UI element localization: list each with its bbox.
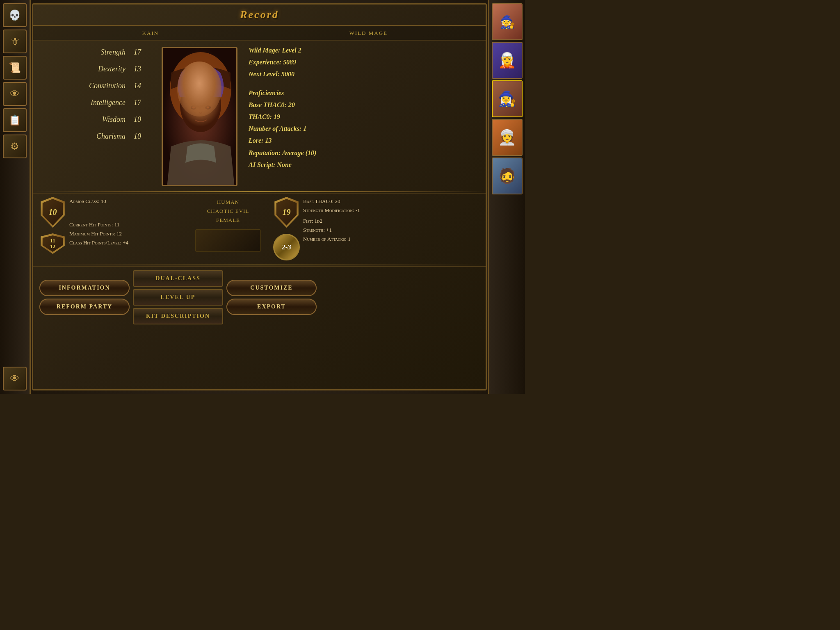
reputation-text: Reputation: Average (10) [249, 147, 479, 158]
weapon-strength-text: Strength: +1 [303, 226, 479, 235]
sidebar-btn-gear[interactable]: ⚙ [3, 135, 27, 158]
bottom-right-section: 19 2-3 Base THAC0: 20 Strength Modificat… [273, 197, 479, 260]
dexterity-label: Dexterity [48, 65, 134, 73]
kit-description-button[interactable]: KIT DESCRIPTION [133, 308, 223, 324]
btn-center-col: DUAL-CLASS LEVEL UP KIT DESCRIPTION [133, 270, 223, 324]
wisdom-value: 10 [134, 115, 146, 124]
constitution-label: Constitution [48, 82, 134, 90]
sidebar-btn-face[interactable]: 👁 [3, 82, 27, 106]
main-panel: Record KAIN WILD MAGE Strength 17 Dexter… [32, 3, 487, 390]
strength-value: 17 [134, 48, 146, 57]
intelligence-value: 17 [134, 98, 146, 107]
weapon-attacks-text: Number of Attacks: 1 [303, 235, 479, 244]
constitution-row: Constitution 14 [39, 78, 154, 94]
intelligence-label: Intelligence [48, 98, 134, 107]
race-text: HUMAN [217, 199, 239, 205]
proficiencies-section: Proficiencies Base THAC0: 20 THAC0: 19 N… [249, 87, 479, 170]
export-button[interactable]: EXPORT [226, 299, 317, 315]
character-class-col: WILD MAGE [260, 29, 478, 37]
weapon-badge: 2-3 [273, 234, 300, 260]
bottom-info: 10 11 12 Armor Class: 10 Current Hit Poi… [33, 193, 486, 264]
svg-point-4 [205, 105, 211, 110]
current-hp-text: Current Hit Points: 11 [69, 220, 183, 229]
sidebar-btn-arrow[interactable]: 🗡 [3, 30, 27, 53]
left-sidebar: 💀 🗡 📜 👁 📋 ⚙ 👁 [0, 0, 31, 394]
reform-party-button[interactable]: REFORM PARTY [39, 299, 130, 315]
divider-1 [33, 191, 486, 192]
weapon-text-section: Fist: 1d2 Strength: +1 Number of Attacks… [303, 217, 479, 244]
ac-hp-text-block: Armor Class: 10 Current Hit Points: 11 M… [69, 197, 183, 260]
class-hp-text: Class Hit Points/Level: +4 [69, 238, 183, 247]
dual-class-button[interactable]: DUAL-CLASS [133, 270, 223, 287]
attacks-text: Number of Attacks: 1 [249, 123, 479, 134]
thac0-text: THAC0: 19 [249, 111, 479, 122]
combat-text-block: Base THAC0: 20 Strength Modification: -1… [303, 197, 479, 260]
ai-script-text: AI Script: None [249, 159, 479, 170]
class-level-text: Wild Mage: Level 2 [249, 45, 479, 56]
svg-point-6 [207, 107, 209, 109]
customize-button[interactable]: CUSTOMIZE [226, 280, 317, 296]
svg-point-5 [192, 107, 195, 109]
portrait-slot-1[interactable]: 🧙 [492, 3, 523, 40]
next-level-text: Next Level: 5000 [249, 68, 479, 80]
character-portrait[interactable] [162, 47, 237, 186]
bottom-left-section: 10 11 12 Armor Class: 10 Current Hit Poi… [39, 197, 183, 260]
sidebar-btn-scroll2[interactable]: 📋 [3, 108, 27, 132]
thac0-badge: 19 [273, 197, 300, 228]
portrait-slot-3[interactable]: 🧙‍♀️ [492, 80, 523, 117]
armor-class-text: Armor Class: 10 [69, 197, 183, 206]
strength-label: Strength [48, 48, 134, 57]
btn-left-col: INFORMATION REFORM PARTY [39, 280, 130, 315]
portrait-4-img: 👳 [493, 120, 522, 155]
proficiencies-block: Proficiencies Base THAC0: 20 THAC0: 19 N… [249, 87, 479, 170]
sidebar-btn-eye[interactable]: 👁 [3, 367, 27, 390]
stats-area: Strength 17 Dexterity 13 Constitution 14… [33, 41, 486, 190]
charisma-value: 10 [134, 132, 146, 141]
portrait-center [158, 45, 240, 186]
portrait-1-img: 🧙 [493, 4, 522, 39]
armor-class-num: 10 [49, 208, 57, 217]
svg-point-3 [191, 105, 196, 110]
strength-row: Strength 17 [39, 45, 154, 60]
divider-2 [33, 265, 486, 265]
base-thac0-text: Base THAC0: 20 [249, 99, 479, 110]
wisdom-row: Wisdom 10 [39, 112, 154, 127]
level-up-button[interactable]: LEVEL UP [133, 289, 223, 306]
max-hp-text: Maximum Hit Points: 12 [69, 229, 183, 238]
portrait-slot-2[interactable]: 🧝 [492, 42, 523, 79]
hp-badge-bottom: 12 [50, 244, 55, 249]
dexterity-row: Dexterity 13 [39, 62, 154, 77]
experience-text: Experience: 5089 [249, 57, 479, 68]
stats-right: Wild Mage: Level 2 Experience: 5089 Next… [244, 45, 479, 186]
portrait-2-img: 🧝 [493, 43, 522, 78]
title-bar: Record [33, 5, 486, 26]
information-button[interactable]: INFORMATION [39, 280, 130, 296]
alignment-text: CHAOTIC EVIL [207, 208, 249, 215]
sidebar-btn-scroll[interactable]: 📜 [3, 56, 27, 80]
hp-badge: 11 12 [39, 233, 66, 254]
btn-right-col: CUSTOMIZE EXPORT [226, 280, 317, 315]
intelligence-row: Intelligence 17 [39, 95, 154, 110]
constitution-value: 14 [134, 82, 146, 90]
weapon-badge-num: 2-3 [282, 243, 291, 251]
combat-thac0-text: Base THAC0: 20 [303, 197, 479, 206]
shield-container: 10 11 12 [39, 197, 66, 260]
sidebar-btn-skull[interactable]: 💀 [3, 3, 27, 27]
fist-text: Fist: 1d2 [303, 217, 479, 226]
lore-text: Lore: 13 [249, 135, 479, 146]
char-info-block: Wild Mage: Level 2 Experience: 5089 Next… [249, 45, 479, 80]
bottom-center-section: HUMAN CHAOTIC EVIL FEMALE [187, 197, 269, 260]
portrait-slot-4[interactable]: 👳 [492, 119, 523, 156]
wisdom-label: Wisdom [48, 115, 134, 124]
portrait-slot-5[interactable]: 🧔 [492, 158, 523, 194]
hp-text-block: Current Hit Points: 11 Maximum Hit Point… [69, 220, 183, 247]
character-name-col: KAIN [41, 29, 260, 37]
thac0-badge-num: 19 [283, 208, 291, 217]
hp-badge-top: 11 [50, 238, 55, 244]
portrait-image [163, 48, 236, 185]
charisma-label: Charisma [48, 132, 134, 141]
record-title: Record [240, 9, 279, 21]
armor-class-badge: 10 [39, 197, 66, 228]
armor-class-label: Armor Class: 10 [69, 198, 106, 204]
weapon-slot [195, 229, 261, 252]
